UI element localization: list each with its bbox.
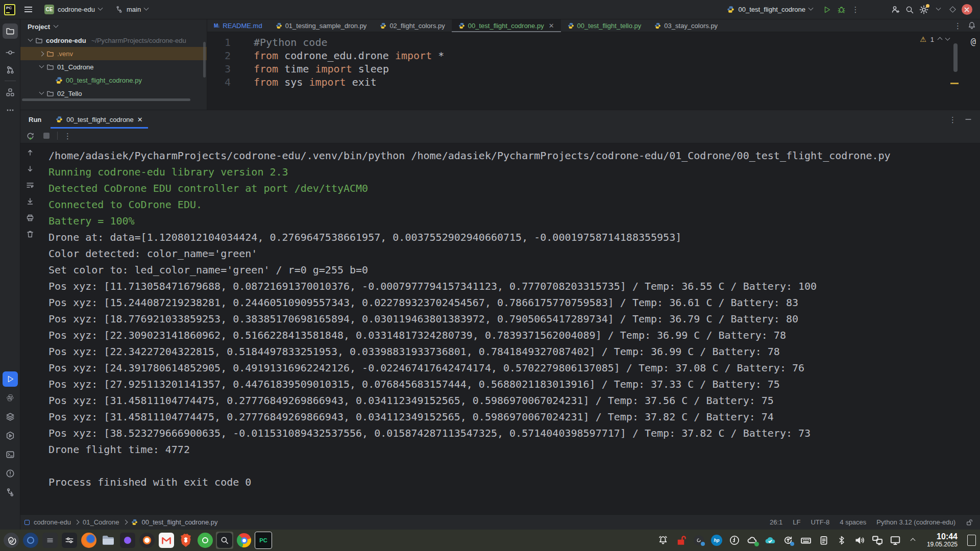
- main-menu-icon[interactable]: [22, 5, 34, 14]
- inspection-widget[interactable]: ⚠ 1: [920, 35, 949, 43]
- branch-widget[interactable]: main: [112, 4, 151, 15]
- tree-row-root[interactable]: codrone-edu ~/PycharmProjects/codrone-ed…: [20, 34, 207, 47]
- python-packages-tool-icon[interactable]: [3, 390, 18, 406]
- file-encoding[interactable]: UTF-8: [811, 518, 829, 526]
- project-panel-header[interactable]: Project: [20, 19, 207, 34]
- tray-monitor-icon[interactable]: [889, 534, 901, 546]
- editor-body[interactable]: 1 2 3 4 #Python code from codrone_edu.dr…: [207, 32, 980, 110]
- up-stack-trace-icon[interactable]: [26, 147, 35, 157]
- problems-tool-icon[interactable]: [3, 466, 18, 481]
- taskbar-tweaks-icon[interactable]: [61, 532, 78, 549]
- clear-all-trash-icon[interactable]: [26, 229, 35, 239]
- debug-button[interactable]: [834, 3, 848, 17]
- taskbar-purple-app-icon[interactable]: [119, 532, 136, 549]
- taskbar-pycharm-icon[interactable]: PC: [255, 532, 272, 549]
- caret-position[interactable]: 26:1: [770, 518, 782, 526]
- tab-00-test-flight-codrone[interactable]: 00_test_flight_codrone.py ✕: [452, 19, 561, 32]
- tray-notifications-bell-icon[interactable]: [657, 534, 669, 546]
- more-actions-kebab-icon[interactable]: ⋮: [848, 3, 863, 17]
- layers-tool-icon[interactable]: [3, 409, 18, 424]
- print-icon[interactable]: [26, 213, 35, 222]
- breadcrumb-folder[interactable]: 01_Codrone: [83, 518, 119, 526]
- stop-button[interactable]: [41, 131, 51, 141]
- taskbar-files-icon[interactable]: [100, 532, 117, 549]
- commit-tool-icon[interactable]: [3, 45, 18, 60]
- close-window-button[interactable]: [960, 3, 974, 17]
- pycharm-logo-icon[interactable]: PC: [4, 4, 15, 15]
- tab-options-kebab-icon[interactable]: ⋮: [954, 22, 962, 30]
- tree-row-01-codrone[interactable]: 01_Codrone: [20, 60, 207, 73]
- tree-row-venv[interactable]: .venv: [20, 47, 207, 60]
- minimize-panel-icon[interactable]: [965, 116, 972, 123]
- horizontal-scrollbar[interactable]: [22, 98, 190, 101]
- terminal-tool-icon[interactable]: [3, 447, 18, 462]
- prev-problem-chevron-icon[interactable]: [938, 37, 943, 42]
- pull-requests-tool-icon[interactable]: [3, 62, 18, 78]
- tray-keyboard-icon[interactable]: [800, 534, 812, 546]
- tab-readme[interactable]: M↓ README.md: [207, 19, 269, 32]
- tray-volume-icon[interactable]: [853, 534, 866, 546]
- tab-02-flight-colors[interactable]: 02_flight_colors.py: [373, 19, 451, 32]
- ai-assistant-icon[interactable]: @: [971, 36, 976, 46]
- soft-wrap-icon[interactable]: [26, 180, 35, 190]
- tree-row-test-flight-file[interactable]: 00_test_flight_codrone.py: [20, 73, 207, 87]
- taskbar-brave-icon[interactable]: [177, 532, 194, 549]
- down-stack-trace-icon[interactable]: [26, 164, 35, 173]
- tray-key-icon[interactable]: [728, 534, 741, 546]
- taskbar-launcher-swirl-icon[interactable]: [3, 532, 20, 549]
- run-config-selector[interactable]: 00_test_flight_codrone: [727, 6, 813, 13]
- tray-cloud-sync-icon[interactable]: [746, 534, 758, 546]
- tray-bluetooth-icon[interactable]: [836, 534, 848, 546]
- vertical-scrollbar[interactable]: [203, 42, 206, 78]
- toolbar-collapse-chevron-icon[interactable]: [931, 3, 945, 17]
- services-tool-icon[interactable]: [3, 428, 18, 443]
- notifications-bell-icon[interactable]: [968, 21, 976, 30]
- version-control-tool-icon[interactable]: [3, 485, 18, 500]
- editor-scrollbar[interactable]: [953, 43, 958, 72]
- run-button[interactable]: [820, 3, 834, 17]
- project-tool-icon[interactable]: [3, 23, 18, 39]
- taskbar-blender-icon[interactable]: [138, 532, 156, 549]
- taskbar-chrome-icon[interactable]: [235, 532, 253, 549]
- run-session-tab[interactable]: 00_test_flight_codrone ✕: [51, 110, 148, 129]
- indent-setting[interactable]: 4 spaces: [840, 518, 866, 526]
- unlocked-padlock-icon[interactable]: [966, 519, 973, 526]
- taskbar-green-app-icon[interactable]: [197, 532, 214, 549]
- code-with-me-icon[interactable]: [888, 3, 902, 17]
- settings-gear-icon[interactable]: [917, 3, 931, 17]
- tray-expand-chevron-up-icon[interactable]: [907, 534, 919, 546]
- tab-03-stay-colors[interactable]: 03_stay_colors.py: [648, 19, 724, 32]
- project-widget[interactable]: CE codrone-edu: [41, 3, 105, 16]
- run-tool-icon[interactable]: [3, 371, 18, 387]
- run-toolbar-kebab-icon[interactable]: ⋮: [64, 132, 71, 140]
- run-panel-title[interactable]: Run: [20, 116, 51, 123]
- taskbar-blue-app-icon[interactable]: [22, 532, 39, 549]
- breadcrumb-file[interactable]: 00_test_flight_codrone.py: [142, 518, 218, 526]
- taskbar-dark-app-icon[interactable]: [41, 532, 59, 549]
- close-tab-icon[interactable]: ✕: [549, 22, 554, 30]
- maximize-window-icon[interactable]: [945, 3, 960, 17]
- tab-00-test-flight-tello[interactable]: 00_test_flight_tello.py: [561, 19, 648, 32]
- console-output[interactable]: /home/adasiek/PycharmProjects/codrone-ed…: [40, 143, 980, 514]
- breadcrumb-project[interactable]: codrone-edu: [34, 518, 71, 526]
- tray-display-cast-icon[interactable]: [871, 534, 884, 546]
- tray-unlocked-red-padlock-icon[interactable]: [675, 534, 687, 546]
- tab-01-testing[interactable]: 01_testing_sample_dron.py: [269, 19, 374, 32]
- scroll-to-end-icon[interactable]: [26, 196, 35, 206]
- tray-update-indicator-icon[interactable]: [782, 534, 794, 546]
- rerun-button[interactable]: [26, 131, 35, 141]
- tray-clipboard-icon[interactable]: [818, 534, 830, 546]
- next-problem-chevron-icon[interactable]: [945, 35, 950, 40]
- show-desktop-button[interactable]: [967, 535, 976, 546]
- run-panel-options-kebab-icon[interactable]: ⋮: [949, 116, 957, 123]
- line-ending[interactable]: LF: [793, 518, 800, 526]
- taskbar-mail-icon[interactable]: [158, 532, 175, 549]
- tray-app-indicator-icon[interactable]: [693, 534, 705, 546]
- taskbar-screenshot-tool-icon[interactable]: [216, 532, 233, 549]
- tray-hp-icon[interactable]: hp: [710, 534, 723, 546]
- tray-cloud-teal-icon[interactable]: [764, 534, 776, 546]
- search-everywhere-icon[interactable]: [902, 3, 917, 17]
- warning-stripe-mark[interactable]: [950, 83, 959, 84]
- close-session-icon[interactable]: ✕: [137, 116, 143, 123]
- python-interpreter[interactable]: Python 3.12 (codrone-edu): [876, 518, 955, 526]
